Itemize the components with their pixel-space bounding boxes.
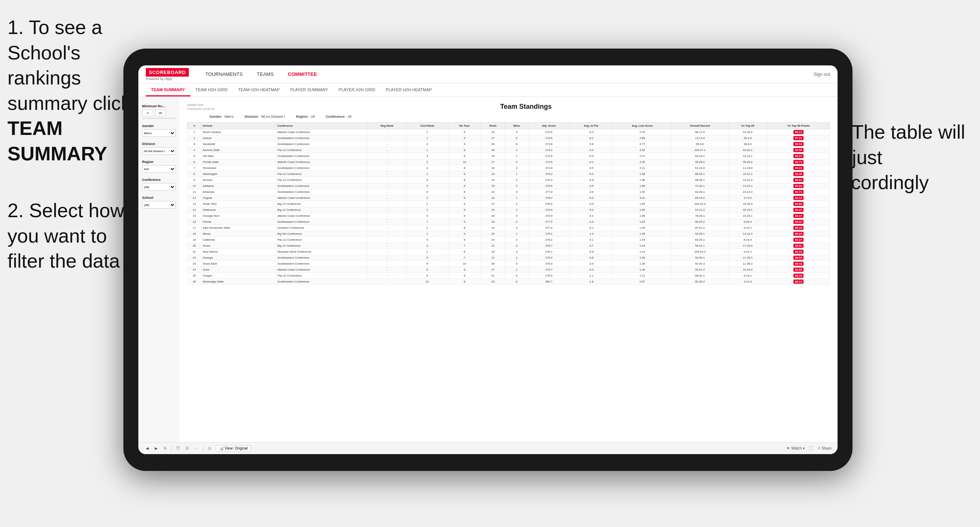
cell-vs-top25: 43-23-1 <box>728 147 767 153</box>
subnav-player-summary[interactable]: PLAYER SUMMARY <box>285 84 334 97</box>
toolbar-clock[interactable]: ◷ <box>207 446 213 451</box>
cell-conf: Southern Conference <box>276 225 368 231</box>
cell-wins: 1 <box>505 231 528 237</box>
logo: SCOREBOARD <box>146 68 189 77</box>
cell-avg-par: -5.8 <box>570 249 613 255</box>
toolbar-divider-2 <box>203 446 204 451</box>
nav-tournaments[interactable]: TOURNAMENTS <box>204 71 244 77</box>
cell-reg-rank: - <box>368 255 406 261</box>
cell-avg-low: 1.55 <box>613 225 672 231</box>
cell-avg-par: -4.0 <box>570 147 613 153</box>
table-row[interactable]: 1North CarolinaAtlantic Coast Conference… <box>187 129 830 135</box>
filter-division-select[interactable]: NCAA Division I NCAA Division II NCAA Di… <box>142 147 176 155</box>
filter-rank-to[interactable] <box>155 110 166 116</box>
table-row[interactable]: 4Arizona StatePac-12 Conference-18264274… <box>187 147 830 153</box>
nav-teams[interactable]: TEAMS <box>255 71 275 77</box>
table-row[interactable]: 3VanderbiltSoutheastern Conference-29266… <box>187 141 830 147</box>
cell-adj-score: 276.3 <box>528 171 570 177</box>
table-row[interactable]: 2AuburnSoutheastern Conference-19276273.… <box>187 135 830 141</box>
cell-avg-par: -2.0 <box>570 261 613 267</box>
table-row[interactable]: 20TexasBig 12 Conference-37223278.7-0.71… <box>187 243 830 249</box>
cell-rank: 19 <box>187 237 202 243</box>
cell-avg-low: 2.52 <box>613 147 672 153</box>
cell-school: Ole Miss <box>202 153 276 159</box>
table-row[interactable]: 25OregonPac-12 Conference-59210279.5-1.1… <box>187 273 830 279</box>
table-row[interactable]: 19CaliforniaPac-12 Conference-48242278.2… <box>187 237 830 243</box>
cell-reg-rank: - <box>368 165 406 171</box>
cell-conf: Atlantic Coast Conference <box>276 159 368 165</box>
filter-conference-select[interactable]: (All) <box>142 183 176 190</box>
toolbar-expand[interactable]: ⛶ <box>808 446 815 451</box>
filter-gender-select[interactable]: Men's Women's <box>142 129 176 137</box>
cell-avg-low: 1.90 <box>613 189 672 195</box>
table-row[interactable]: 21New MexicoMountain West Conference-161… <box>187 249 830 255</box>
cell-avg-par: -3.6 <box>570 183 613 189</box>
toolbar-share-icon[interactable]: ❐ <box>175 446 181 451</box>
cell-rank: 15 <box>187 213 202 219</box>
cell-avg-par: -3.5 <box>570 201 613 207</box>
cell-reg-rank: - <box>368 147 406 153</box>
table-row[interactable]: 13Texas TechBig 12 Conference-19272276.0… <box>187 201 830 207</box>
subnav-player-h2h-grid[interactable]: PLAYER H2H GRID <box>334 84 381 97</box>
table-row[interactable]: 24DukeAtlantic Coast Conference-59271279… <box>187 267 830 273</box>
cell-conf-rank: 4 <box>406 213 448 219</box>
subnav-team-summary[interactable]: TEAM SUMMARY <box>146 84 190 97</box>
cell-rank: 25 <box>187 273 202 279</box>
cell-avg-low: 1.98 <box>613 177 672 183</box>
cell-overall: 72-30-1 <box>671 183 728 189</box>
filter-region-select[interactable]: N/A <box>142 165 176 173</box>
cell-wins: 2 <box>505 165 528 171</box>
view-original-button[interactable]: 📊 View: Original <box>216 445 251 451</box>
table-row[interactable]: 10AlabamaSoutheastern Conference-5823327… <box>187 183 830 189</box>
cell-rank: 6 <box>187 159 202 165</box>
cell-vs-top25: 11-38-2 <box>728 261 767 267</box>
table-row[interactable]: 12VirginiaAtlantic Coast Conference-3824… <box>187 195 830 201</box>
watch-button[interactable]: 👁 Watch ▾ <box>786 446 805 450</box>
table-row[interactable]: 18IllinoisBig Ten Conference-19231279.1-… <box>187 231 830 237</box>
cell-rank: 14 <box>187 207 202 213</box>
table-row[interactable]: 14OklahomaBig 12 Conference-29242276.9-5… <box>187 207 830 213</box>
toolbar-more[interactable]: ⋯ <box>193 446 200 451</box>
table-row[interactable]: 9ArizonaPac-12 Conference-38232276.3-4.6… <box>187 177 830 183</box>
toolbar-forward[interactable]: ▶ <box>153 446 159 451</box>
cell-avg-par: -2.9 <box>570 219 613 225</box>
share-button[interactable]: ↗ Share <box>817 446 832 450</box>
cell-vs-top50-pts: 80.14 <box>767 249 830 255</box>
filter-rank-from[interactable] <box>142 110 153 116</box>
filter-school-select[interactable]: (All) <box>142 201 176 209</box>
subnav-team-h2h-grid[interactable]: TEAM H2H GRID <box>190 84 233 97</box>
table-row[interactable]: 15Georgia TechAtlantic Coast Conference-… <box>187 213 830 219</box>
cell-no-tour: 6 <box>448 153 481 159</box>
cell-rnds: 24 <box>481 225 505 231</box>
table-header-section: Update time: 27/03/2024 16:56:26 Team St… <box>187 103 830 111</box>
cell-school: Oklahoma <box>202 207 276 213</box>
sign-out[interactable]: Sign out <box>814 72 830 77</box>
table-row[interactable]: 5Ole MissSoutheastern Conference-3618127… <box>187 153 830 159</box>
table-row[interactable]: 17East Tennessee StateSouthern Conferenc… <box>187 225 830 231</box>
table-row[interactable]: 26Mississippi StateSoutheastern Conferen… <box>187 279 830 285</box>
cell-vs-top25: 30-4-0 <box>728 135 767 141</box>
col-adj-score: Adj. Score <box>528 122 570 129</box>
toolbar-grid-icon[interactable]: ☷ <box>184 446 190 451</box>
table-row[interactable]: 8WashingtonPac-12 Conference-28231276.3-… <box>187 171 830 177</box>
cell-avg-par: -5.8 <box>570 255 613 261</box>
subnav-team-h2h-heatmap[interactable]: TEAM H2H HEATMAP <box>233 84 285 97</box>
toolbar-reload[interactable]: ↻ <box>162 446 168 451</box>
cell-reg-rank: - <box>368 213 406 219</box>
toolbar-back[interactable]: ◀ <box>144 446 150 451</box>
table-row[interactable]: 6Florida StateAtlantic Coast Conference-… <box>187 159 830 165</box>
cell-vs-top50-pts: 80.21 <box>767 165 830 171</box>
table-row[interactable]: 16FloridaSoutheastern Conference-7924427… <box>187 219 830 225</box>
table-row[interactable]: 22GeorgiaSoutheastern Conference-8721127… <box>187 255 830 261</box>
cell-rnds: 23 <box>481 279 505 285</box>
cell-reg-rank: - <box>368 171 406 177</box>
subnav-player-h2h-heatmap[interactable]: PLAYER H2H HEATMAP <box>381 84 437 97</box>
table-row[interactable]: 11ArkansasSoutheastern Conference-682332… <box>187 189 830 195</box>
table-row[interactable]: 7TennesseeSoutheastern Conference-481622… <box>187 165 830 171</box>
cell-rnds: 27 <box>481 135 505 141</box>
table-row[interactable]: 23Texas A&MSoutheastern Conference-91030… <box>187 261 830 267</box>
nav-committee[interactable]: COMMITTEE <box>286 71 318 77</box>
filter-rank-slider[interactable] <box>142 118 176 119</box>
cell-reg-rank: - <box>368 129 406 135</box>
cell-adj-score: 277.0 <box>528 189 570 195</box>
